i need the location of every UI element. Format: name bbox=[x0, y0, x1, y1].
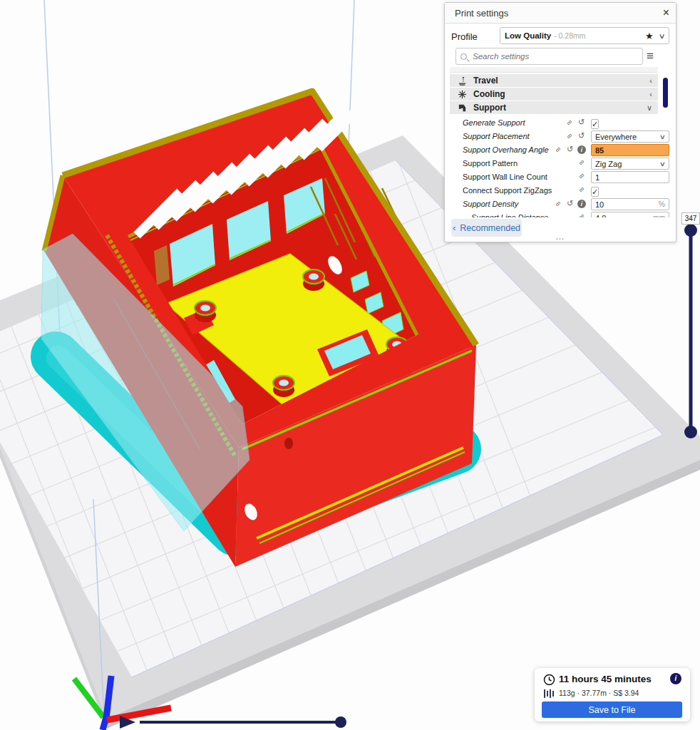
category-label: Cooling bbox=[473, 89, 505, 99]
setting-row-support-pattern: Support Pattern ∞ Zig Zag∨ bbox=[445, 157, 677, 170]
save-to-file-button[interactable]: Save to File bbox=[542, 701, 682, 718]
setting-row-generate-support: Generate Support ∞↺ ✓ bbox=[445, 116, 677, 130]
support-icon bbox=[458, 103, 467, 113]
support-placement-dropdown[interactable]: Everywhere∨ bbox=[591, 130, 669, 143]
setting-row-support-placement: Support Placement ∞↺ Everywhere∨ bbox=[445, 130, 677, 143]
search-box[interactable] bbox=[455, 48, 643, 65]
setting-row-support-line-distance: Support Line Distance ∞ 4.0mm bbox=[445, 211, 677, 217]
revert-icon[interactable]: ↺ bbox=[565, 199, 575, 208]
travel-icon bbox=[458, 76, 467, 86]
link-icon: ∞ bbox=[552, 197, 564, 210]
link-icon: ∞ bbox=[575, 210, 587, 217]
back-chevron-icon: ‹ bbox=[453, 222, 455, 233]
filter-menu-icon[interactable]: ≡ bbox=[647, 49, 654, 63]
link-icon: ∞ bbox=[575, 183, 587, 195]
info-icon[interactable]: i bbox=[670, 673, 681, 684]
layer-slider-bottom-handle[interactable] bbox=[684, 426, 697, 438]
setting-label: Support Pattern bbox=[463, 159, 518, 168]
support-density-input[interactable]: 10% bbox=[591, 198, 669, 210]
material-summary: 113g · 37.77m · S$ 3.94 bbox=[559, 689, 639, 697]
clipped-row bbox=[450, 67, 658, 73]
category-travel[interactable]: Travel ‹ bbox=[450, 74, 658, 87]
unit-label: % bbox=[659, 200, 665, 208]
revert-icon[interactable]: ↺ bbox=[577, 131, 586, 140]
playback-slider[interactable] bbox=[120, 716, 346, 729]
revert-icon[interactable]: ↺ bbox=[577, 118, 586, 127]
profile-value: Low Quality bbox=[505, 31, 551, 40]
chevron-collapsed-icon: ‹ bbox=[649, 76, 652, 85]
chevron-expanded-icon: ∨ bbox=[647, 103, 652, 113]
setting-label: Support Overhang Angle bbox=[463, 145, 549, 154]
cooling-fan-icon bbox=[458, 90, 467, 99]
setting-row-support-wall-line-count: Support Wall Line Count ∞ 1 bbox=[445, 170, 677, 184]
chevron-down-icon: ∨ bbox=[659, 133, 666, 140]
job-summary-card: 11 hours 45 minutes i 113g · 37.77m · S$… bbox=[535, 668, 690, 721]
profile-label: Profile bbox=[451, 31, 478, 42]
settings-list: Travel ‹ Cooling ‹ Support ∨ Generate Su… bbox=[445, 67, 677, 217]
support-line-distance-input[interactable]: 4.0mm bbox=[591, 212, 669, 217]
cura-preview-screen: 347 Print settings × Profile Low Quality… bbox=[0, 0, 700, 730]
support-overhang-angle-input[interactable]: 85 bbox=[591, 144, 669, 156]
layer-number-box[interactable]: 347 bbox=[681, 212, 700, 225]
close-icon[interactable]: × bbox=[663, 6, 669, 20]
category-cooling[interactable]: Cooling ‹ bbox=[450, 88, 658, 101]
category-label: Travel bbox=[473, 76, 498, 86]
tan-block bbox=[154, 245, 170, 285]
print-time: 11 hours 45 minutes bbox=[559, 674, 652, 684]
chevron-down-icon: ∨ bbox=[658, 32, 665, 40]
link-icon: ∞ bbox=[575, 170, 587, 182]
layer-slider-top-handle[interactable] bbox=[684, 224, 697, 237]
setting-row-connect-support-zigzags: Connect Support ZigZags ∞ ✓ bbox=[445, 184, 677, 197]
info-icon[interactable]: i bbox=[577, 200, 586, 208]
clock-icon bbox=[543, 674, 555, 686]
support-wall-line-count-input[interactable]: 1 bbox=[591, 171, 669, 183]
link-icon: ∞ bbox=[563, 130, 575, 142]
link-icon: ∞ bbox=[563, 116, 575, 128]
star-icon[interactable]: ★ bbox=[645, 31, 654, 41]
info-icon[interactable]: i bbox=[577, 145, 586, 154]
panel-header[interactable]: Print settings × bbox=[445, 3, 676, 24]
revert-icon[interactable]: ↺ bbox=[565, 145, 575, 154]
link-icon: ∞ bbox=[575, 156, 587, 168]
support-pattern-dropdown[interactable]: Zig Zag∨ bbox=[591, 158, 669, 170]
material-spool-icon bbox=[544, 689, 555, 699]
profile-detail: - 0.28mm bbox=[554, 31, 585, 40]
setting-label: Support Placement bbox=[463, 132, 530, 140]
search-icon bbox=[460, 53, 467, 60]
connect-support-zigzags-checkbox[interactable]: ✓ bbox=[591, 187, 599, 197]
setting-label: Support Density bbox=[463, 200, 518, 208]
panel-scrollbar[interactable] bbox=[663, 78, 668, 108]
category-support[interactable]: Support ∨ bbox=[450, 101, 658, 114]
print-settings-panel: Print settings × Profile Low Quality - 0… bbox=[444, 2, 676, 242]
chevron-down-icon: ∨ bbox=[659, 160, 666, 168]
search-input[interactable] bbox=[471, 51, 614, 61]
generate-support-checkbox[interactable]: ✓ bbox=[591, 119, 599, 129]
setting-label: Generate Support bbox=[463, 118, 525, 127]
setting-label: Support Wall Line Count bbox=[463, 173, 547, 181]
layer-slider[interactable] bbox=[684, 224, 697, 438]
setting-row-support-overhang-angle: Support Overhang Angle ∞↺i 85 bbox=[445, 143, 677, 157]
setting-row-support-density: Support Density ∞↺i 10% bbox=[445, 197, 677, 211]
setting-label: Connect Support ZigZags bbox=[463, 186, 552, 195]
chevron-collapsed-icon: ‹ bbox=[649, 90, 652, 98]
profile-dropdown[interactable]: Low Quality - 0.28mm ★ ∨ bbox=[500, 27, 669, 44]
unit-label: mm bbox=[653, 214, 665, 217]
panel-resize-handle[interactable]: ⋯ bbox=[445, 234, 676, 244]
playback-handle[interactable] bbox=[335, 716, 346, 728]
category-label: Support bbox=[473, 103, 506, 113]
link-icon: ∞ bbox=[552, 143, 564, 155]
panel-title: Print settings bbox=[455, 8, 508, 19]
setting-label: Support Line Distance bbox=[471, 213, 548, 217]
